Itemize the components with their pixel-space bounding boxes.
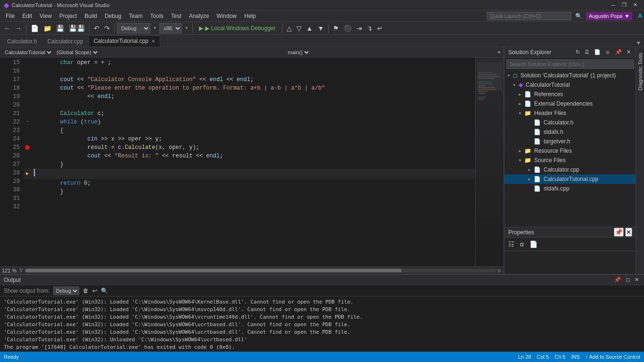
tree-source-files[interactable]: ▼ 📁 Source Files (504, 156, 636, 165)
references-expand-icon[interactable]: ► (518, 92, 522, 97)
toolbar-more-3[interactable]: ▲ (305, 23, 315, 34)
calc-cpp-expand-icon[interactable]: ► (527, 168, 532, 172)
undo-button[interactable]: ↶ (92, 23, 101, 34)
tree-header-files[interactable]: ▼ 📁 Header Files (504, 108, 636, 118)
toolbar-step-over[interactable]: ⇥ (355, 23, 364, 34)
tree-resource-files[interactable]: ► 📁 Resource Files (504, 146, 636, 156)
tree-calculator-tutorial-cpp[interactable]: ► 📄 CalculatorTutorial.cpp (504, 174, 636, 184)
platform-select[interactable]: x86 x64 (159, 23, 182, 33)
breakpoint-25[interactable] (25, 145, 30, 150)
back-button[interactable]: ← (2, 23, 12, 34)
prop-alpha-button[interactable]: α (518, 239, 526, 249)
redo-button[interactable]: ↷ (102, 23, 112, 34)
tree-external-deps[interactable]: ► 📄 External Dependencies (504, 99, 636, 108)
open-button[interactable]: 📁 (41, 23, 53, 34)
menu-build[interactable]: Build (81, 10, 101, 22)
menu-window[interactable]: Window (213, 10, 240, 22)
toolbar-step-into[interactable]: ↴ (365, 23, 374, 34)
collapse-icon-22[interactable]: ⁃ (26, 118, 29, 126)
scope-selector[interactable]: CalculatorTutorial (3, 49, 53, 56)
minimize-button[interactable]: ─ (609, 0, 618, 10)
forward-button[interactable]: → (13, 23, 24, 34)
output-clear-button[interactable]: 🗑 (83, 288, 89, 294)
status-line[interactable]: Ln 28 (518, 354, 531, 360)
tutorial-cpp-expand-icon[interactable]: ► (527, 177, 532, 181)
zoom-right-button[interactable]: ▷ (498, 268, 502, 273)
toolbar-step-out[interactable]: ↵ (375, 23, 385, 34)
close-button[interactable]: ✕ (630, 0, 640, 10)
se-sync-button[interactable]: ↻ (574, 49, 581, 55)
new-project-button[interactable]: 📄 (29, 23, 41, 34)
function-scope-selector[interactable]: main() (286, 49, 310, 56)
se-filter-button[interactable]: ⛭ (604, 49, 612, 55)
output-close-button[interactable]: ✕ (633, 277, 640, 283)
ext-deps-expand-icon[interactable]: ► (518, 102, 522, 106)
tab-close-tutorial[interactable]: ✕ (151, 39, 155, 44)
tree-solution[interactable]: ▼ ◻ Solution 'CalculatorTutorial' (1 pro… (504, 71, 636, 80)
save-all-button[interactable]: 💾💾 (67, 23, 87, 34)
tree-stdafx-h[interactable]: ► 📄 stdafx.h (504, 127, 636, 137)
prop-pin-button[interactable]: 📌 (614, 228, 624, 237)
se-close-button[interactable]: ✕ (625, 49, 632, 55)
status-ins[interactable]: INS (571, 354, 579, 360)
menu-test[interactable]: Test (167, 10, 185, 22)
tree-project[interactable]: ▼ ◆ CalculatorTutorial (504, 80, 636, 90)
output-wrap-button[interactable]: ↩ (92, 288, 97, 294)
toolbar-more-2[interactable]: ▽ (295, 23, 304, 34)
menu-analyze[interactable]: Analyze (185, 10, 213, 22)
se-search-input[interactable] (506, 59, 634, 69)
tree-references[interactable]: ► 📄 References (504, 90, 636, 99)
prop-category-button[interactable]: ☷ (506, 239, 516, 249)
output-source-select[interactable]: Debug Build (53, 287, 79, 295)
global-scope-selector[interactable]: (Global Scope) (55, 49, 99, 56)
restore-button[interactable]: ❐ (619, 0, 629, 10)
debug-config-select[interactable]: Debug Release (117, 23, 150, 33)
project-expand-icon[interactable]: ▼ (512, 83, 517, 87)
source-control-label[interactable]: ↑ Add to Source Control (586, 354, 640, 360)
resource-files-expand-icon[interactable]: ► (518, 149, 522, 153)
se-refresh-button[interactable]: 📄 (593, 49, 602, 55)
menu-project[interactable]: Project (56, 10, 81, 22)
toolbar-more-4[interactable]: ▼ (315, 23, 326, 34)
status-ready[interactable]: Ready (4, 354, 19, 360)
prop-close-button[interactable]: ✕ (625, 228, 632, 237)
toolbar-breakpoints[interactable]: ⚫ (342, 23, 354, 34)
header-files-expand-icon[interactable]: ▼ (518, 111, 522, 115)
toolbar-more-1[interactable]: △ (285, 23, 294, 34)
tree-calculator-cpp[interactable]: ► 📄 Calculator.cpp (504, 165, 636, 174)
tab-scroll-arrow[interactable]: ▼ (633, 40, 644, 47)
menu-help[interactable]: Help (240, 10, 260, 22)
tab-calculator-cpp[interactable]: Calculator.cpp (42, 35, 88, 47)
tab-calculator-h[interactable]: Calculator.h (2, 35, 42, 47)
start-debugging-button[interactable]: ▶ ▶ Local Windows Debugger (195, 23, 279, 34)
se-pin-button[interactable]: 📌 (614, 49, 623, 55)
menu-file[interactable]: File (2, 10, 18, 22)
source-files-expand-icon[interactable]: ▼ (518, 158, 522, 163)
status-col[interactable]: Col 5 (537, 354, 549, 360)
output-find-button[interactable]: 🔍 (101, 288, 108, 294)
se-props-button[interactable]: ☰ (583, 49, 591, 55)
toolbar-flag[interactable]: ⚑ (331, 23, 341, 34)
tree-calculator-h[interactable]: ► 📄 Calculator.h (504, 118, 636, 127)
solution-expand-icon[interactable]: ▼ (506, 74, 511, 78)
menu-team[interactable]: Team (125, 10, 146, 22)
menu-debug[interactable]: Debug (101, 10, 125, 22)
save-button[interactable]: 💾 (54, 23, 66, 34)
tree-targetver-h[interactable]: ► 📄 targetver.h (504, 137, 636, 146)
menu-view[interactable]: View (36, 10, 56, 22)
zoom-down-button[interactable]: ▽ (19, 268, 23, 273)
user-badge[interactable]: Augustin Popa ▼ (586, 12, 632, 20)
diagnostic-tools-label[interactable]: Diagnostic Tools (636, 51, 644, 92)
expand-editor-button[interactable]: + (497, 49, 501, 56)
code-content[interactable]: char oper = + ; cout << "Calculator Cons… (24, 58, 475, 266)
output-pin-button[interactable]: 📌 (613, 277, 622, 283)
status-ch[interactable]: Ch 5 (554, 354, 565, 360)
tab-calculator-tutorial-cpp[interactable]: CalculatorTutorial.cpp ✕ (88, 35, 160, 47)
tree-stdafx-cpp[interactable]: ► 📄 stdafx.cpp (504, 184, 636, 193)
output-float-button[interactable]: ◻ (624, 277, 631, 283)
horizontal-scrollbar[interactable] (25, 269, 496, 272)
menu-tools[interactable]: Tools (147, 10, 167, 22)
quick-launch-input[interactable] (487, 12, 571, 20)
menu-edit[interactable]: Edit (18, 10, 36, 22)
gutter-25[interactable] (24, 143, 31, 152)
